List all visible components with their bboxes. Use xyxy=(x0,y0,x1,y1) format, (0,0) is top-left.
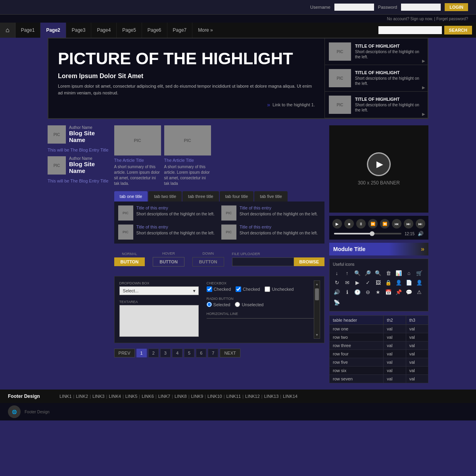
browse-button[interactable]: BROWSE xyxy=(294,257,325,266)
zoom-out-icon[interactable]: 🔎 xyxy=(364,269,372,277)
trash-icon[interactable]: 🗑 xyxy=(384,269,392,277)
checkbox-checked2[interactable]: Checked xyxy=(236,286,260,292)
footer-link[interactable]: LINK2 xyxy=(76,394,88,399)
skip-ctrl[interactable]: ⏭ xyxy=(416,219,425,228)
ff-ctrl[interactable]: ⏩ xyxy=(368,219,378,228)
next-button[interactable]: NEXT xyxy=(220,349,240,357)
nav-page4[interactable]: Page4 xyxy=(91,23,117,38)
page-2[interactable]: 2 xyxy=(148,349,159,357)
footer-link[interactable]: LINK9 xyxy=(191,394,203,399)
highlight-link-anchor[interactable]: Link to the highlight 1. xyxy=(273,102,315,107)
rew-ctrl[interactable]: ⏪ xyxy=(380,219,390,228)
tab-entry-title-3[interactable]: Title of this entry xyxy=(136,225,215,229)
login-button[interactable]: LOGIN xyxy=(445,3,468,11)
stop-ctrl[interactable]: ■ xyxy=(344,219,354,228)
footer-link[interactable]: LINK4 xyxy=(109,394,121,399)
radio-input-2[interactable] xyxy=(235,302,240,307)
volume-icon[interactable]: 🔊 xyxy=(418,231,424,236)
footer-link[interactable]: LINK11 xyxy=(226,394,241,399)
checkbox-input-3[interactable] xyxy=(265,286,270,292)
tab-entry-title-4[interactable]: Title of this entry xyxy=(240,225,318,229)
tab-1[interactable]: tab one title xyxy=(114,191,148,202)
tab-3[interactable]: tab three title xyxy=(182,191,219,202)
nav-page1[interactable]: Page1 xyxy=(15,23,41,38)
mail-icon[interactable]: ✉ xyxy=(343,278,351,286)
textarea-input[interactable] xyxy=(119,305,199,337)
footer-link[interactable]: LINK5 xyxy=(125,394,138,399)
checkbox-input-2[interactable] xyxy=(236,286,241,292)
hover-button[interactable]: BUTTON xyxy=(153,257,184,267)
search-button[interactable]: SEARCH xyxy=(444,26,472,35)
chat-icon[interactable]: 💬 xyxy=(405,288,413,296)
footer-link[interactable]: LINK14 xyxy=(283,394,298,399)
footer-link[interactable]: LINK1 xyxy=(60,394,72,399)
warning-icon[interactable]: ⚠ xyxy=(415,288,423,296)
footer-link[interactable]: LINK8 xyxy=(175,394,187,399)
nav-more[interactable]: More » xyxy=(192,23,218,38)
page-3[interactable]: 3 xyxy=(160,349,171,357)
tab-4[interactable]: tab four title xyxy=(220,191,253,202)
minus-icon[interactable]: ⊖ xyxy=(364,288,372,296)
arrow-down-icon[interactable]: ↓ xyxy=(333,269,341,277)
footer-link[interactable]: LINK12 xyxy=(245,394,260,399)
play-button[interactable]: ▶ xyxy=(367,152,391,176)
progress-bar[interactable] xyxy=(334,233,401,234)
nav-home[interactable]: ⌂ xyxy=(0,23,15,38)
pause-ctrl[interactable]: ⏸ xyxy=(356,219,366,228)
cart-icon[interactable]: 🛒 xyxy=(415,269,423,277)
nav-page3[interactable]: Page3 xyxy=(66,23,92,38)
play2-icon[interactable]: ▶ xyxy=(353,278,361,286)
radio-input-1[interactable] xyxy=(207,302,212,307)
pin-icon[interactable]: 📌 xyxy=(395,288,403,296)
username-input[interactable] xyxy=(334,4,374,11)
user-icon[interactable]: 👤 xyxy=(395,278,403,286)
radio-unselected[interactable]: Unselected xyxy=(235,302,263,307)
scroll-thumb[interactable] xyxy=(315,288,319,300)
nav-page6[interactable]: Page6 xyxy=(142,23,167,38)
person-icon[interactable]: 👤 xyxy=(415,278,423,286)
image-icon[interactable]: 🖼 xyxy=(374,278,382,286)
tab-entry-title-1[interactable]: Title of this entry xyxy=(136,205,215,210)
tab-entry-title-2[interactable]: Title of this entry xyxy=(240,205,318,210)
clock-icon[interactable]: 🕐 xyxy=(353,288,361,296)
nav-page5[interactable]: Page5 xyxy=(117,23,142,38)
check-icon[interactable]: ✓ xyxy=(364,278,372,286)
footer-link[interactable]: LINK3 xyxy=(92,394,105,399)
password-input[interactable] xyxy=(401,4,441,11)
rss-icon[interactable]: 📡 xyxy=(333,298,341,306)
footer-link[interactable]: LINK6 xyxy=(142,394,154,399)
blog-link-2[interactable]: This will be The Blog Entry Title xyxy=(48,178,109,183)
lock-icon[interactable]: 🔒 xyxy=(384,278,392,286)
star-icon[interactable]: ★ xyxy=(374,288,382,296)
file-input[interactable] xyxy=(232,257,294,266)
sound-icon[interactable]: 🔊 xyxy=(333,288,341,296)
tab-5[interactable]: tab five title xyxy=(254,191,288,202)
checkbox-checked1[interactable]: Checked xyxy=(207,286,231,292)
checkbox-unchecked[interactable]: Unchecked xyxy=(265,286,294,292)
page-6[interactable]: 6 xyxy=(196,349,206,357)
footer-link[interactable]: LINK7 xyxy=(158,394,171,399)
scrollbar[interactable]: ▲ ▼ xyxy=(314,280,320,339)
refresh-icon[interactable]: ↻ xyxy=(333,278,341,286)
article-title-2[interactable]: The Article Title xyxy=(164,158,211,163)
tab-2[interactable]: tab two title xyxy=(148,191,182,202)
down-button[interactable]: BUTTON xyxy=(192,257,224,267)
nav-page7[interactable]: Page7 xyxy=(167,23,193,38)
prev-ctrl[interactable]: ⏮ xyxy=(392,219,401,228)
info-icon[interactable]: ℹ xyxy=(343,288,351,296)
next-ctrl[interactable]: ⏭ xyxy=(404,219,413,228)
nav-page2[interactable]: Page2 xyxy=(40,23,66,38)
normal-button[interactable]: BUTTON xyxy=(114,257,145,266)
scroll-up-icon[interactable]: ▲ xyxy=(315,282,319,287)
article-title-1[interactable]: The Article Title xyxy=(114,158,161,163)
prev-button[interactable]: PREV xyxy=(114,349,135,357)
page-4[interactable]: 4 xyxy=(172,349,182,357)
scroll-down-icon[interactable]: ▼ xyxy=(315,332,319,338)
blog-link-1[interactable]: This will be The Blog Entry Title xyxy=(48,148,109,152)
dropdown-select[interactable]: Select... xyxy=(119,286,199,295)
home-icon[interactable]: ⌂ xyxy=(405,269,413,277)
radio-selected[interactable]: Selected xyxy=(207,302,230,307)
checkbox-input-1[interactable] xyxy=(207,286,212,292)
search2-icon[interactable]: 🔍 xyxy=(374,269,382,277)
footer-link[interactable]: LINK10 xyxy=(207,394,222,399)
